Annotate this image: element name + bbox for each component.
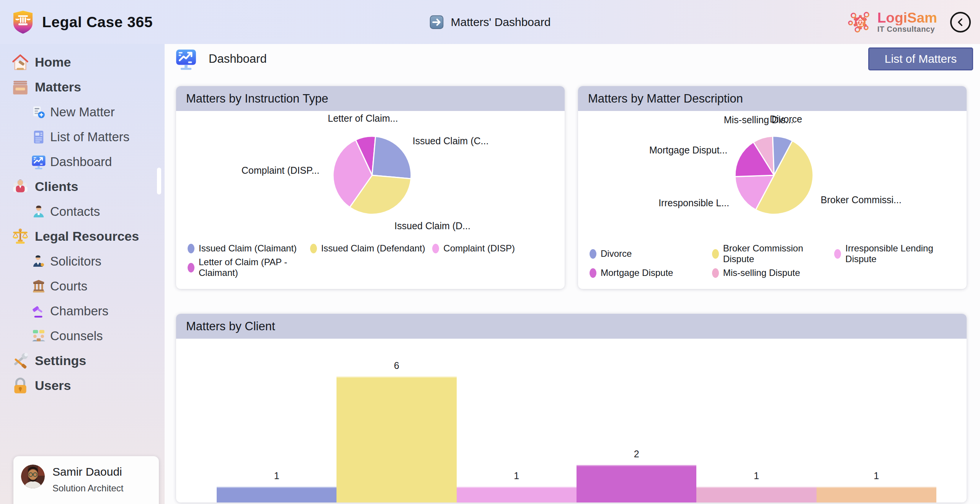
legend-item[interactable]: Irresponsible Lending Dispute [834,243,957,264]
app-logo-shield-icon [11,10,35,35]
pie-slice[interactable] [372,136,411,179]
sidebar-item-counsels[interactable]: Counsels [0,323,165,348]
list-of-matters-button[interactable]: List of Matters [868,47,973,70]
pie-slice-label: Complaint (DISP... [242,165,320,176]
legend-item[interactable]: Letter of Claim (PAP - Claimant) [188,257,310,278]
bar[interactable] [577,465,696,502]
sidebar-item-settings[interactable]: Settings [0,348,165,373]
chevron-left-icon [955,16,966,28]
legend-label: Divorce [601,248,632,259]
legend-dot [712,249,719,259]
app-title: Legal Case 365 [42,14,153,31]
brand-tagline: IT Consultancy [877,25,937,33]
sidebar-item-label: Courts [50,279,87,294]
chart-legend: DivorceBroker Commission DisputeIrrespon… [590,243,957,278]
bar-value-label: 1 [217,470,336,481]
person-icon [31,204,47,220]
legend-item[interactable]: Issued Claim (Defendant) [310,243,433,254]
sidebar-item-home[interactable]: Home [0,50,165,75]
pie-slice-label: Issued Claim (C... [413,135,489,146]
sidebar-item-label: Home [35,55,71,70]
bar-value-label: 1 [696,470,816,481]
bar-value-label: 6 [336,360,456,371]
bar-slot: 1 [696,339,816,502]
bar-slot: 1 [457,339,577,502]
bar[interactable] [817,487,936,502]
bar[interactable] [696,487,816,502]
page-header: Dashboard List of Matters [165,44,980,74]
bar-slot: 1 [217,339,336,502]
pie-slice-label: Broker Commissi... [821,194,902,205]
back-button[interactable] [950,12,971,33]
user-role: Solution Architect [52,483,123,494]
bar-slot: 2 [577,339,696,502]
people-group-icon [11,177,30,196]
bar-chart-matters-by-client: 161211 [217,339,936,502]
main-content: Dashboard List of Matters Matters by Ins… [165,44,980,504]
pie-chart-matter-description: Mis-selling Dis...DivorceBroker Commissi… [578,111,967,243]
legend-item[interactable]: Divorce [590,243,712,264]
pie-chart-instruction-type: Letter of Claim...Issued Claim (C...Issu… [176,111,565,243]
legend-label: Issued Claim (Defendant) [321,243,425,254]
breadcrumb: Matters' Dashboard [430,15,551,29]
document-add-icon [31,104,47,120]
legend-label: Issued Claim (Claimant) [199,243,297,254]
card-matters-by-matter-description: Matters by Matter Description Mis-sellin… [578,86,967,289]
bar-value-label: 1 [817,470,936,481]
sidebar-item-courts[interactable]: Courts [0,274,165,298]
sidebar-item-label: Solicitors [50,254,101,269]
sidebar-item-label: List of Matters [50,130,129,144]
card-title: Matters by Matter Description [578,86,967,111]
sidebar-item-users[interactable]: Users [0,373,165,398]
consultancy-logo: LogiSam IT Consultancy [848,10,937,35]
sidebar-item-label: Legal Resources [35,229,139,244]
legend-item[interactable]: Broker Commission Dispute [712,243,835,264]
bar[interactable] [336,377,456,502]
bar[interactable] [217,487,336,502]
legend-dot [188,263,194,272]
legend-dot [590,249,596,259]
legend-item[interactable]: Issued Claim (Claimant) [188,243,310,254]
card-matters-by-client: Matters by Client 161211 [176,314,967,502]
sidebar-item-legal-resources[interactable]: Legal Resources [0,224,165,249]
sidebar-item-list-of-matters[interactable]: List of Matters [0,124,165,149]
legend-item[interactable]: Mortgage Dispute [590,267,712,278]
sidebar-item-new-matter[interactable]: New Matter [0,99,165,124]
avatar [21,465,45,488]
sidebar-scrollbar-thumb[interactable] [157,168,161,194]
legend-dot [712,268,719,278]
legend-item[interactable]: Mis-selling Dispute [712,267,835,278]
pie-slice-label: Letter of Claim... [328,113,398,124]
app-logo: Legal Case 365 [0,10,153,35]
sidebar-item-label: Contacts [50,204,100,219]
sidebar: Home Matters New Matter [0,44,165,504]
legend-label: Mis-selling Dispute [723,267,800,278]
sidebar-item-contacts[interactable]: Contacts [0,199,165,224]
legend-label: Letter of Claim (PAP - Claimant) [199,257,310,278]
legend-label: Broker Commission Dispute [723,243,835,264]
pie-slice-label: Divorce [770,114,802,124]
bar-value-label: 2 [577,449,696,460]
document-list-icon [31,129,47,145]
pie-slice-label: Irresponsible L... [658,197,729,208]
sidebar-item-label: Clients [35,179,78,194]
legend-item[interactable]: Complaint (DISP) [432,243,555,254]
sidebar-item-clients[interactable]: Clients [0,174,165,199]
sidebar-item-chambers[interactable]: Chambers [0,298,165,323]
chart-legend: Issued Claim (Claimant)Issued Claim (Def… [188,243,555,278]
breadcrumb-label: Matters' Dashboard [451,16,551,29]
user-card[interactable]: Samir Daoudi Solution Architect [13,456,159,504]
archive-box-icon [11,78,30,97]
brand-name: LogiSam [877,11,937,26]
sidebar-item-label: Users [35,378,71,393]
tools-icon [11,351,30,370]
sidebar-item-solicitors[interactable]: Solicitors [0,249,165,274]
gavel-icon [31,303,47,319]
legend-label: Mortgage Dispute [601,267,673,278]
bar[interactable] [457,487,577,502]
sidebar-item-dashboard[interactable]: Dashboard [0,149,165,174]
sidebar-item-matters[interactable]: Matters [0,75,165,99]
user-name: Samir Daoudi [52,465,123,478]
padlock-icon [11,376,30,395]
scales-icon [11,227,30,246]
